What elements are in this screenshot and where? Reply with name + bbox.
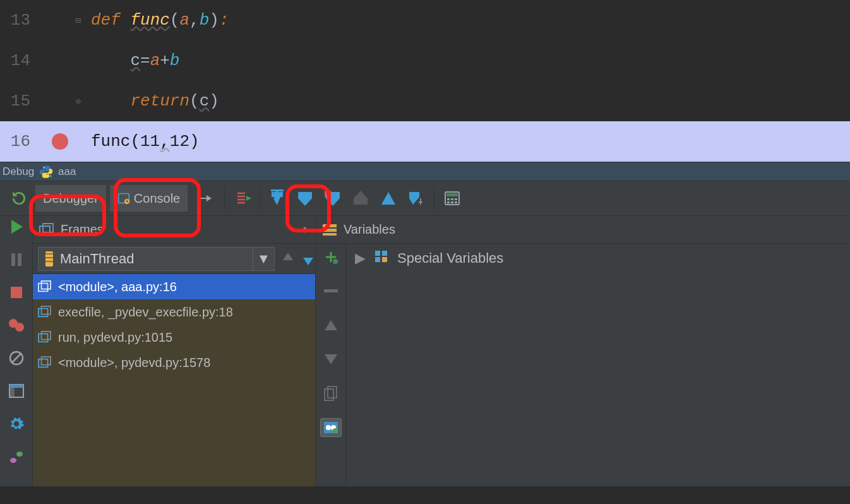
smart-step-into-button[interactable] (402, 184, 430, 212)
svg-rect-10 (451, 198, 453, 200)
pause-button[interactable] (7, 250, 26, 269)
code-line[interactable]: 13⊟def func(a,b): (0, 0, 850, 40)
next-frame-button[interactable] (301, 251, 315, 267)
view-breakpoints-button[interactable] (7, 316, 26, 335)
toolbar-separator (260, 187, 261, 210)
hide-frames-icon[interactable] (296, 226, 309, 234)
stack-frame-label: <module>, pydevd.py:1578 (58, 356, 210, 370)
stack-frame-item[interactable]: <module>, aaa.py:16 (33, 274, 315, 299)
variables-panel: Variables (316, 216, 850, 486)
line-number: 13 (0, 11, 37, 30)
svg-rect-34 (42, 332, 51, 340)
stack-frame-label: execfile, _pydev_execfile.py:18 (58, 305, 233, 320)
debug-title-label: Debug (3, 165, 34, 178)
code-text: return(c) (83, 92, 850, 111)
svg-rect-37 (323, 224, 337, 227)
move-up-button[interactable] (321, 316, 340, 335)
svg-rect-5 (271, 189, 284, 191)
toolbar-separator (224, 187, 225, 210)
code-line[interactable]: 16func(11,12) (0, 121, 850, 162)
rerun-button[interactable] (5, 184, 33, 212)
svg-rect-41 (324, 289, 338, 292)
svg-rect-17 (11, 287, 22, 298)
svg-rect-27 (43, 224, 53, 232)
variables-tree[interactable]: ▶ Special Variables (346, 244, 850, 486)
stack-frame-item[interactable]: <module>, pydevd.py:1578 (33, 350, 315, 375)
mute-breakpoints-button[interactable] (7, 349, 26, 368)
svg-rect-51 (382, 257, 387, 262)
console-tab[interactable]: Console (110, 185, 188, 212)
svg-rect-13 (451, 201, 453, 203)
special-variables-label: Special Variables (397, 250, 503, 267)
code-text: def func(a,b): (83, 11, 850, 30)
evaluate-expression-button[interactable] (438, 184, 466, 212)
debugger-tab[interactable]: Debugger (35, 185, 106, 212)
step-into-button[interactable] (291, 184, 319, 212)
debugger-tab-label: Debugger (43, 191, 99, 206)
svg-rect-32 (42, 306, 51, 315)
call-stack-list[interactable]: <module>, aaa.py:16execfile, _pydev_exec… (33, 274, 315, 486)
svg-rect-9 (447, 198, 450, 200)
svg-rect-42 (325, 389, 333, 400)
svg-rect-36 (42, 357, 51, 365)
remove-watch-button[interactable] (321, 282, 340, 301)
code-line[interactable]: 14 c=a+b (0, 40, 850, 81)
variables-toolbar (316, 244, 346, 486)
svg-rect-14 (455, 201, 457, 203)
thread-dropdown[interactable]: MainThread ▼ (38, 247, 275, 271)
svg-point-45 (326, 425, 331, 430)
show-watches-button[interactable] (320, 418, 342, 437)
expand-arrow-icon[interactable]: ▶ (355, 250, 366, 267)
variables-header-label: Variables (344, 222, 395, 237)
svg-rect-12 (447, 201, 450, 203)
svg-point-2 (49, 174, 52, 177)
svg-rect-16 (18, 253, 21, 266)
breakpoint-icon[interactable] (52, 133, 68, 150)
svg-point-19 (15, 323, 24, 332)
stop-button[interactable] (7, 283, 26, 302)
svg-rect-30 (42, 281, 51, 289)
show-execution-point-button[interactable] (230, 184, 258, 212)
stack-frame-item[interactable]: run, pydevd.py:1015 (33, 325, 315, 350)
stack-frame-item[interactable]: execfile, _pydev_execfile.py:18 (33, 299, 315, 325)
add-watch-button[interactable] (321, 248, 340, 267)
thread-name: MainThread (60, 251, 134, 267)
duplicate-watch-button[interactable] (321, 384, 340, 403)
pin-tab-button[interactable] (7, 447, 26, 466)
debug-panels: Frames MainThread ▼ <module>, aaa.py:16e… (0, 216, 850, 486)
svg-rect-35 (39, 359, 48, 368)
layout-settings-button[interactable] (7, 381, 26, 400)
run-to-cursor-button[interactable] (374, 184, 402, 212)
special-vars-icon (374, 250, 388, 263)
svg-point-25 (16, 452, 23, 457)
variables-panel-header: Variables (316, 216, 850, 244)
console-tab-label: Console (134, 191, 180, 206)
svg-rect-50 (375, 257, 380, 262)
frames-icon (39, 223, 54, 237)
code-editor[interactable]: 13⊟def func(a,b):14 c=a+b15⊖ return(c)16… (0, 0, 850, 162)
code-line[interactable]: 15⊖ return(c) (0, 81, 850, 121)
resume-button[interactable] (7, 217, 26, 236)
svg-rect-43 (328, 387, 337, 398)
svg-rect-22 (9, 385, 23, 388)
settings-gear-button[interactable] (7, 414, 26, 433)
stack-frame-label: <module>, aaa.py:16 (58, 280, 177, 294)
step-out-button[interactable] (347, 184, 374, 212)
thread-icon (44, 250, 55, 268)
gutter[interactable] (37, 133, 83, 150)
toggle-auto-icon[interactable] (191, 184, 219, 212)
thread-selector-row: MainThread ▼ (33, 244, 315, 274)
frames-panel-header: Frames (33, 216, 315, 244)
move-down-button[interactable] (321, 350, 340, 369)
force-step-into-button[interactable] (319, 184, 347, 212)
step-over-button[interactable] (263, 184, 291, 212)
previous-frame-button[interactable] (281, 251, 295, 267)
svg-point-40 (333, 259, 338, 264)
svg-rect-39 (323, 233, 337, 236)
debug-tool-window-title: Debug aaa (0, 162, 850, 181)
svg-rect-8 (446, 193, 458, 196)
svg-rect-49 (382, 251, 387, 256)
svg-point-0 (44, 167, 45, 168)
python-icon (39, 165, 53, 179)
svg-point-47 (333, 428, 338, 433)
